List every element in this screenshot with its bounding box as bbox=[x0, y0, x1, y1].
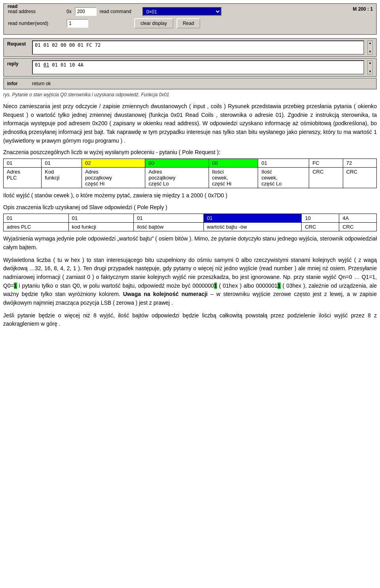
request-section: Request 01 01 02 00 00 01 FC 72 ▲ ▼ bbox=[3, 38, 377, 57]
table-row: 01 01 01 01 10 4A bbox=[4, 214, 377, 223]
bold-notice: Uwaga na kolejność numeracji bbox=[123, 291, 208, 297]
read-address-label: read address bbox=[8, 9, 63, 14]
table-cell: 4A bbox=[339, 214, 377, 223]
paragraph-bottom-2: Wyświetlona liczba ( tu w hex ) to stan … bbox=[3, 256, 377, 307]
table-cell: wartość bajtu -ów bbox=[203, 223, 302, 231]
table-cell: 01 bbox=[42, 159, 82, 168]
read-panel: read M 200 : 1 read address 0x read comm… bbox=[3, 3, 377, 35]
table-cell: CRC bbox=[343, 168, 376, 188]
reply-line1: 01 01 01 01 10 4A bbox=[35, 62, 361, 68]
reply-label: reply bbox=[7, 61, 29, 67]
read-command-select[interactable]: 0×01 bbox=[142, 7, 222, 16]
section1-heading: Znaczenia poszczególnych liczb w wyżej w… bbox=[3, 149, 377, 155]
table-cell: Ilościcewek,część Hi bbox=[209, 168, 258, 188]
table-cell: 00 bbox=[209, 159, 258, 168]
infor-section: infor return ok bbox=[3, 78, 377, 90]
table-row: 01 01 02 00 00 01 FC 72 bbox=[4, 159, 377, 168]
table-cell: CRC bbox=[302, 223, 339, 231]
table-cell: 10 bbox=[302, 214, 339, 223]
table-cell: Kodfunkcji bbox=[42, 168, 82, 188]
paragraph-2: Ilość wyjść ( stanów cewek ), o które mo… bbox=[3, 191, 377, 200]
table-cell: Ilośćcewek,część Lo bbox=[258, 168, 309, 188]
table-cell: 01 bbox=[68, 214, 134, 223]
scroll-down-arrow[interactable]: ▼ bbox=[369, 50, 372, 54]
reply-scrollbar[interactable]: ▲ ▼ bbox=[367, 60, 373, 74]
read-address-input[interactable] bbox=[75, 7, 97, 16]
highlight-2: 1 bbox=[214, 283, 217, 289]
table-cell: Adrespoczątkowyczęść Hi bbox=[82, 168, 145, 188]
panel-row-1: read address 0x read command 0×01 bbox=[8, 7, 372, 16]
highlight-3: 1 bbox=[277, 283, 281, 289]
scroll-down-arrow-reply[interactable]: ▼ bbox=[369, 69, 372, 74]
request-label: Request bbox=[7, 41, 29, 47]
table-cell: 00 bbox=[145, 159, 209, 168]
infor-value: return ok bbox=[32, 80, 51, 87]
scroll-up-arrow[interactable]: ▲ bbox=[369, 41, 372, 46]
scroll-up-arrow-reply[interactable]: ▲ bbox=[369, 61, 372, 65]
table-cell: CRC bbox=[309, 168, 343, 188]
read-number-input[interactable] bbox=[66, 19, 88, 28]
table-row: AdresPLC Kodfunkcji Adrespoczątkowyczęść… bbox=[4, 168, 377, 188]
table-cell: 02 bbox=[82, 159, 145, 168]
table1: 01 01 02 00 00 01 FC 72 AdresPLC Kodfunk… bbox=[3, 158, 377, 188]
table2: 01 01 01 01 10 4A adres PLC kod funkcji … bbox=[3, 214, 377, 231]
table-cell: 01 bbox=[203, 214, 302, 223]
table-cell: 01 bbox=[4, 159, 42, 168]
table-cell: adres PLC bbox=[4, 223, 69, 231]
panel-row-2: read number(word) clear display Read bbox=[8, 18, 372, 29]
request-box: 01 01 02 00 00 01 FC 72 bbox=[32, 40, 364, 55]
request-line1: 01 01 02 00 00 01 FC 72 bbox=[35, 42, 361, 48]
paragraph-bottom-3: Jeśli pytanie będzie o więcej niż 8 wyjś… bbox=[3, 311, 377, 328]
table-cell: FC bbox=[309, 159, 343, 168]
table-cell: CRC bbox=[339, 223, 377, 231]
table-cell: kod funkcji bbox=[68, 223, 134, 231]
highlight-1: 1 bbox=[14, 283, 17, 289]
section2-heading: Opis znaczenia liczb uzyskanej od Slave … bbox=[3, 204, 377, 210]
table-cell: 01 bbox=[4, 214, 69, 223]
m-indicator: M 200 : 1 bbox=[353, 6, 373, 12]
request-scrollbar[interactable]: ▲ ▼ bbox=[367, 40, 373, 55]
table-cell: 01 bbox=[258, 159, 309, 168]
reply-underlined: 01 bbox=[44, 62, 49, 68]
reply-box: 01 01 01 01 10 4A bbox=[32, 60, 364, 74]
paragraph-bottom-1: Wyjaśnienia wymaga jedynie pole odpowied… bbox=[3, 235, 377, 252]
table-cell: 72 bbox=[343, 159, 376, 168]
read-button[interactable]: Read bbox=[177, 18, 201, 29]
table-cell: ilość bajtów bbox=[134, 223, 204, 231]
table-cell: 01 bbox=[134, 214, 204, 223]
table-row: adres PLC kod funkcji ilość bajtów warto… bbox=[4, 223, 377, 231]
clear-display-button[interactable]: clear display bbox=[134, 18, 173, 29]
read-command-label: read command bbox=[100, 9, 139, 14]
infor-label: infor bbox=[7, 81, 29, 86]
main-paragraph-1: Nieco zamieszania jest przy odczycie / z… bbox=[3, 102, 377, 145]
reply-section: reply 01 01 01 01 10 4A ▲ ▼ bbox=[3, 58, 377, 77]
table-cell: Adrespoczątkowyczęść Lo bbox=[145, 168, 209, 188]
read-number-label: read number(word) bbox=[8, 21, 63, 26]
caption: rys. Pytanie o stan wyjścia Q0 sterownik… bbox=[3, 92, 377, 97]
panel-title: read bbox=[6, 4, 19, 9]
read-address-prefix: 0x bbox=[66, 9, 72, 14]
table-cell: AdresPLC bbox=[4, 168, 42, 188]
